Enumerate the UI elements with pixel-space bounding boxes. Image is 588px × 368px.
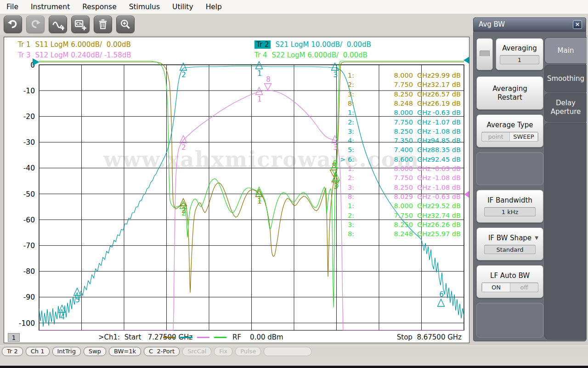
readout-marker-num: 2: [348, 81, 354, 88]
readout-marker-num: 5: [348, 146, 354, 153]
redo-button [26, 16, 45, 33]
readout-frequency: 8.250 [394, 221, 413, 228]
redo-icon [29, 18, 41, 30]
average-type-point[interactable]: point [482, 132, 509, 141]
empty-slot-1 [476, 152, 543, 185]
readout-frequency: 7.400 [394, 146, 413, 153]
panel-title-bar[interactable]: Avg BW × [473, 17, 586, 31]
trace-tag-tr2[interactable]: Tr 2 [254, 40, 271, 49]
undo-button[interactable] [4, 16, 22, 33]
marker-2-icon[interactable] [180, 136, 187, 143]
close-icon[interactable]: × [573, 20, 582, 29]
status-fix: Fix [214, 347, 232, 356]
marker-6-icon[interactable] [438, 299, 445, 306]
tab-main[interactable]: Main [544, 37, 587, 64]
marker-label: 2 [181, 143, 186, 152]
menu-file[interactable]: File [6, 3, 18, 11]
readout-frequency: 8.250 [394, 184, 413, 191]
status-tr-2[interactable]: Tr 2 [2, 347, 23, 356]
delete-button[interactable] [94, 16, 112, 33]
trace-tag-tr4[interactable]: Tr 4 [254, 51, 267, 59]
marker-label: 2 [181, 209, 186, 217]
average-type-sweep[interactable]: SWEEP [509, 132, 538, 141]
if-bandwidth-value[interactable]: 1 kHz [484, 207, 536, 216]
channel-badge[interactable]: 1 [8, 333, 20, 342]
readout-frequency: 8.000 [394, 109, 413, 116]
status-inttrig[interactable]: IntTrig [52, 347, 81, 356]
status-bw-1k[interactable]: BW=1k [109, 347, 141, 356]
lf-auto-bw-off[interactable]: off [510, 283, 538, 292]
lf-auto-bw-label: LF Auto BW [490, 272, 530, 280]
readout-marker-num: 2: [348, 119, 354, 126]
marker-label: 8 [266, 75, 271, 84]
add-trace-button[interactable] [49, 16, 67, 33]
marker-2-icon[interactable] [180, 63, 187, 70]
if-bandwidth-label: IF Bandwidth [487, 196, 532, 204]
marker-3-icon[interactable] [332, 63, 339, 70]
status-swp[interactable]: Swp [84, 347, 106, 356]
menu-instrument[interactable]: Instrument [31, 3, 70, 11]
averaging-button[interactable]: Averaging 1 [496, 38, 543, 70]
trace-detail: S11 LogM 6.000dB/ 0.00dB [35, 40, 130, 49]
readout-value: -26.19 dB [428, 100, 461, 107]
legend-dash [197, 337, 209, 338]
readout-unit: GHz [417, 174, 431, 181]
averaging-indicator[interactable] [476, 38, 493, 70]
status-srccal: SrcCal [182, 347, 211, 356]
trace-detail: S12 LogM 0.240dB/ -1.58dB [35, 51, 131, 59]
trace-tag-tr3[interactable]: Tr 3 [18, 51, 30, 59]
stop-frequency: Stop 8.67500 GHz [397, 333, 462, 341]
lf-auto-bw-toggle[interactable]: ON off [481, 283, 538, 292]
average-type-toggle[interactable]: point SWEEP [481, 132, 538, 142]
readout-unit: GHz [417, 165, 431, 172]
menu-utility[interactable]: Utility [172, 3, 193, 11]
averaging-restart-button[interactable]: AveragingRestart [476, 76, 543, 110]
add-channel-icon: Ch [74, 18, 87, 31]
marker-8-icon[interactable] [265, 84, 271, 90]
zoom-button[interactable] [116, 16, 135, 33]
bottom-strip [0, 357, 588, 366]
marker-label: 1 [257, 69, 262, 78]
readout-frequency: 7.750 [394, 174, 413, 181]
legend-dash [180, 337, 192, 338]
if-bw-shape-value[interactable]: Standard [484, 245, 536, 254]
if-bandwidth-button[interactable]: IF Bandwidth 1 kHz [476, 190, 543, 223]
average-type-button[interactable]: Average Type point SWEEP [476, 114, 543, 147]
readout-marker-num: 3: [348, 221, 354, 228]
lf-auto-bw-on[interactable]: ON [482, 283, 510, 292]
readout-value: -1.08 dB [433, 128, 461, 135]
readout-value: -1.08 dB [433, 174, 461, 181]
tab-smoothing[interactable]: Smoothing [544, 65, 587, 92]
readout-frequency: 7.750 [394, 81, 413, 88]
panel-title: Avg BW [479, 20, 573, 28]
average-type-label: Average Type [487, 121, 533, 129]
y-axis-label: -10 [23, 87, 35, 95]
if-bw-shape-button[interactable]: ▼ IF BW Shape Standard [476, 227, 543, 260]
trash-icon [97, 18, 109, 30]
panel-tabs: MainSmoothingDelayAperture [544, 37, 587, 340]
status-c-2-port[interactable]: C 2-Port [144, 347, 180, 356]
status-ch-1[interactable]: Ch 1 [26, 347, 50, 356]
add-channel-button[interactable]: Ch [71, 16, 90, 33]
menu-stimulus[interactable]: Stimulus [129, 3, 160, 11]
chevron-down-icon: ▼ [535, 235, 538, 240]
averaging-value[interactable]: 1 [500, 55, 539, 64]
readout-unit: GHz [417, 119, 431, 126]
readout-value: -94.85 dB [428, 137, 461, 144]
readout-marker-num: 3: [348, 184, 354, 191]
tab-delay-aperture[interactable]: DelayAperture [544, 93, 587, 122]
trace-detail: S22 LogM 6.000dB/ 0.00dB [271, 51, 367, 59]
readout-frequency: 7.750 [394, 119, 413, 126]
lf-auto-bw-button[interactable]: LF Auto BW ON off [476, 265, 543, 298]
readout-value: -26.57 dB [428, 91, 461, 98]
tab-filler [544, 123, 587, 340]
readout-value: -0.63 dB [433, 193, 461, 200]
menu-help[interactable]: Help [206, 3, 222, 11]
menu-response[interactable]: Response [82, 3, 116, 11]
trace-tag-tr1[interactable]: Tr 1 [18, 40, 30, 49]
window-bottom-edge [0, 366, 588, 368]
marker-5-icon[interactable] [74, 288, 81, 295]
readout-marker-num: 3: [348, 128, 354, 135]
readout-frequency: 8.000 [394, 72, 413, 79]
if-bw-shape-label: IF BW Shape [488, 234, 531, 242]
